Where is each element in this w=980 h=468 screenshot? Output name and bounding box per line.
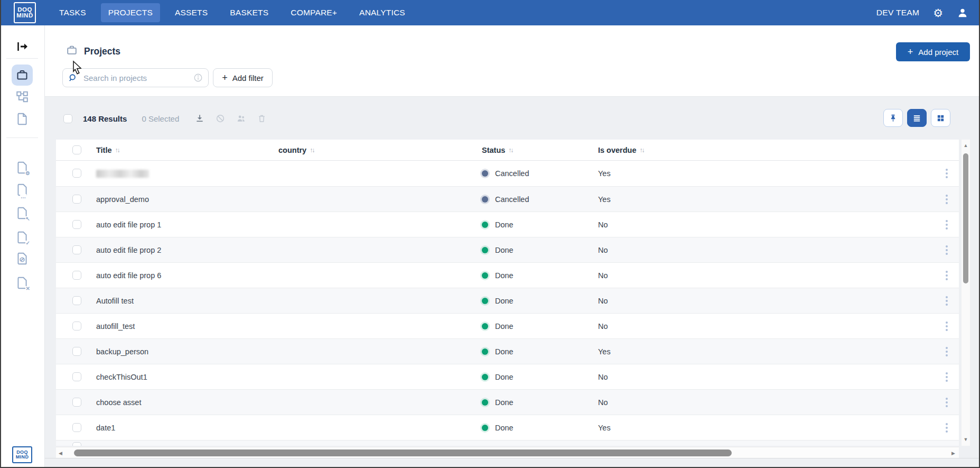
- column-header-status[interactable]: Status ↑↓: [482, 140, 512, 161]
- status-dot: [482, 272, 488, 279]
- sidebar-item-doc-more[interactable]: …: [15, 183, 29, 197]
- table-row[interactable]: auto edit file prop 6 Done No: [56, 262, 959, 288]
- add-filter-button[interactable]: + Add filter: [213, 68, 273, 87]
- grid-view-button[interactable]: [931, 109, 950, 127]
- row-menu-kebab-icon[interactable]: [945, 168, 949, 179]
- row-status: Done: [482, 364, 514, 390]
- status-label: Done: [495, 246, 514, 254]
- row-title: checkThisOut1: [96, 364, 147, 390]
- horizontal-scrollbar-thumb[interactable]: [74, 449, 732, 456]
- row-menu-kebab-icon[interactable]: [945, 422, 949, 434]
- table-row[interactable]: auto edit file prop 2 Done No: [56, 237, 959, 262]
- assign-users-icon[interactable]: [236, 114, 246, 124]
- sort-icon[interactable]: ↑↓: [310, 146, 314, 154]
- projects-table: Title ↑↓ country ↑↓ Status ↑↓ Is overdue…: [56, 140, 959, 446]
- nav-tab-analytics[interactable]: ANALYTICS: [352, 3, 413, 22]
- nav-tab-assets[interactable]: ASSETS: [167, 3, 215, 22]
- table-row[interactable]: date1 Done Yes: [56, 415, 959, 440]
- sidebar-item-hierarchy-icon[interactable]: [15, 90, 29, 104]
- table-row[interactable]: [56, 440, 959, 446]
- row-menu-kebab-icon[interactable]: [945, 371, 949, 383]
- row-menu-kebab-icon[interactable]: [945, 219, 949, 231]
- table-row[interactable]: Cancelled Yes: [56, 161, 959, 186]
- sidebar-item-documents-icon[interactable]: [15, 112, 29, 126]
- search-input[interactable]: [82, 73, 189, 83]
- pin-view-button[interactable]: [883, 109, 903, 127]
- table-row[interactable]: backup_person Done Yes: [56, 338, 959, 364]
- sidebar-footer-logo: DOQ MIND: [12, 446, 32, 463]
- table-row[interactable]: choose asset Done No: [56, 389, 959, 415]
- nav-tab-baskets[interactable]: BASKETS: [222, 3, 276, 22]
- sort-icon[interactable]: ↑↓: [115, 146, 119, 154]
- row-checkbox[interactable]: [72, 169, 81, 178]
- column-header-overdue[interactable]: Is overdue ↑↓: [598, 140, 644, 161]
- delete-trash-icon[interactable]: [257, 114, 266, 123]
- row-checkbox[interactable]: [72, 372, 81, 381]
- sidebar-item-doc-approved[interactable]: ✓: [15, 231, 29, 244]
- table-row[interactable]: auto edit file prop 1 Done No: [56, 212, 959, 237]
- row-checkbox[interactable]: [72, 195, 81, 204]
- vertical-scrollbar[interactable]: ▲ ▼: [962, 140, 970, 446]
- row-checkbox[interactable]: [72, 296, 81, 305]
- sidebar-item-doc-settings[interactable]: ⚙: [15, 161, 29, 175]
- column-header-title[interactable]: Title ↑↓: [96, 140, 119, 161]
- add-project-button[interactable]: + Add project: [896, 42, 970, 61]
- table-row[interactable]: approval_demo Cancelled Yes: [56, 186, 959, 212]
- row-checkbox[interactable]: [72, 245, 81, 254]
- user-profile-icon[interactable]: [957, 7, 968, 19]
- column-header-country[interactable]: country ↑↓: [278, 140, 314, 161]
- row-title: date1: [96, 415, 115, 441]
- download-icon[interactable]: [195, 114, 204, 123]
- row-overdue: No: [598, 288, 608, 314]
- scroll-right-icon[interactable]: ▶: [951, 447, 955, 458]
- select-all-checkbox[interactable]: [63, 114, 72, 123]
- team-name[interactable]: DEV TEAM: [876, 8, 919, 17]
- sort-icon[interactable]: ↑↓: [640, 146, 644, 154]
- status-label: Done: [495, 271, 514, 280]
- row-checkbox[interactable]: [72, 322, 81, 331]
- sidebar-item-doc-import[interactable]: ↖: [15, 206, 29, 220]
- row-overdue: Yes: [598, 161, 611, 186]
- plus-icon: +: [908, 47, 913, 57]
- info-icon[interactable]: [193, 73, 203, 82]
- sidebar-item-projects[interactable]: [12, 65, 33, 86]
- row-menu-kebab-icon[interactable]: [945, 270, 949, 281]
- sidebar-item-doc-void[interactable]: ⊘: [15, 252, 29, 265]
- cancel-ban-icon[interactable]: [216, 114, 225, 123]
- table-row[interactable]: checkThisOut1 Done No: [56, 364, 959, 389]
- row-checkbox[interactable]: [72, 347, 81, 356]
- table-row[interactable]: autofill_test Done No: [56, 313, 959, 338]
- row-title: [96, 161, 149, 186]
- row-menu-kebab-icon[interactable]: [945, 295, 949, 307]
- scroll-down-icon[interactable]: ▼: [962, 436, 970, 443]
- sort-icon[interactable]: ↑↓: [508, 146, 512, 154]
- row-menu-kebab-icon[interactable]: [945, 244, 949, 256]
- row-checkbox[interactable]: [72, 271, 81, 280]
- row-checkbox[interactable]: [72, 220, 81, 229]
- status-dot: [482, 348, 488, 355]
- row-menu-kebab-icon[interactable]: [945, 397, 949, 408]
- table-row[interactable]: Autofill test Done No: [56, 288, 959, 313]
- scroll-up-icon[interactable]: ▲: [962, 142, 970, 149]
- nav-tab-compare[interactable]: COMPARE+: [283, 3, 344, 22]
- sidebar-item-doc-rejected[interactable]: ✕: [15, 276, 29, 290]
- row-checkbox[interactable]: [72, 398, 81, 407]
- nav-tab-tasks[interactable]: TASKS: [52, 3, 94, 22]
- main-content: Projects + Add filter + Add project 148 …: [45, 25, 980, 468]
- vertical-scrollbar-thumb[interactable]: [963, 153, 968, 283]
- scroll-left-icon[interactable]: ◀: [59, 447, 62, 458]
- horizontal-scrollbar[interactable]: ◀ ▶: [56, 447, 959, 458]
- settings-gear-icon[interactable]: ⚙: [933, 7, 943, 19]
- row-menu-kebab-icon[interactable]: [945, 194, 949, 205]
- row-menu-kebab-icon[interactable]: [945, 320, 949, 332]
- app-logo[interactable]: DOQ MIND: [14, 2, 36, 23]
- row-menu-kebab-icon[interactable]: [945, 346, 949, 357]
- status-label: Done: [495, 297, 514, 305]
- row-checkbox[interactable]: [72, 423, 81, 432]
- row-checkbox[interactable]: [72, 442, 81, 446]
- header-checkbox[interactable]: [72, 145, 81, 154]
- list-view-button[interactable]: [907, 109, 927, 127]
- selected-count: 0 Selected: [142, 114, 179, 123]
- collapse-sidebar-icon[interactable]: [16, 40, 29, 53]
- nav-tab-projects[interactable]: PROJECTS: [101, 3, 160, 22]
